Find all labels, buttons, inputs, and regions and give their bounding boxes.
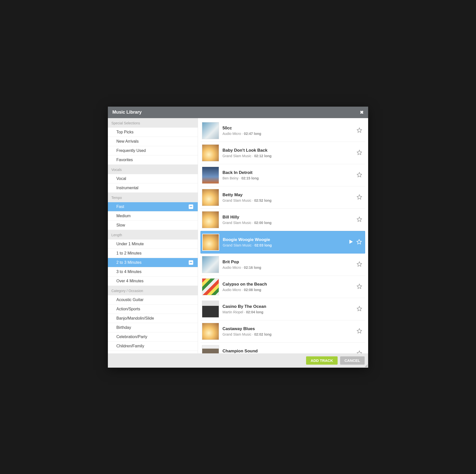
filter-item[interactable]: Acoustic Guitar xyxy=(108,295,198,305)
filter-item[interactable]: Banjo/Mandolin/Slide xyxy=(108,314,198,323)
filter-item[interactable]: Action/Sports xyxy=(108,305,198,314)
track-actions xyxy=(357,328,364,335)
favorite-star-icon[interactable] xyxy=(356,239,362,246)
track-info: Boogie Woogie WoogieGrand Slam Music · 0… xyxy=(223,237,346,247)
add-track-button[interactable]: ADD TRACK xyxy=(306,356,337,365)
track-info: Casino By The OceanMartin Riopel · 02:04… xyxy=(222,304,353,314)
filter-item[interactable]: Children/Family xyxy=(108,342,198,351)
track-row[interactable]: Casino By The OceanMartin Riopel · 02:04… xyxy=(200,298,365,320)
filter-item-label: 2 to 3 Minutes xyxy=(116,260,142,265)
track-info: Back In DetroitBen Beiny · 02:15 long xyxy=(222,170,353,180)
filter-item-label: Under 1 Minute xyxy=(116,242,144,246)
track-thumbnail xyxy=(202,189,219,206)
track-info: 50ccAudio Micro · 02:47 long xyxy=(222,126,353,136)
track-info: Betty MayGrand Slam Music · 02:52 long xyxy=(222,192,353,202)
track-thumbnail xyxy=(202,144,219,161)
track-meta: Grand Slam Music · 02:03 long xyxy=(223,243,346,247)
remove-filter-icon[interactable] xyxy=(189,260,193,265)
cancel-button[interactable]: CANCEL xyxy=(340,356,365,365)
filter-item[interactable]: Slow xyxy=(108,221,198,230)
favorite-star-icon[interactable] xyxy=(357,328,362,335)
filter-item[interactable]: Medium xyxy=(108,211,198,221)
filter-sidebar[interactable]: Special SelectionsTop PicksNew ArrivalsF… xyxy=(108,118,198,353)
favorite-star-icon[interactable] xyxy=(357,194,362,201)
track-thumbnail xyxy=(202,278,219,295)
filter-item-label: Vocal xyxy=(116,176,126,181)
filter-item[interactable]: 2 to 3 Minutes xyxy=(108,258,198,267)
track-actions xyxy=(357,172,364,178)
track-thumbnail xyxy=(202,345,219,353)
filter-item[interactable]: Celebration/Party xyxy=(108,332,198,342)
favorite-star-icon[interactable] xyxy=(357,216,362,223)
track-row[interactable]: Champion SoundThe Hands of Stone · 02:04… xyxy=(200,343,365,353)
filter-item[interactable]: Top Picks xyxy=(108,128,198,137)
track-info: Brit PopAudio Micro · 02:16 long xyxy=(222,260,353,270)
filter-item[interactable]: Favorites xyxy=(108,155,198,165)
track-row[interactable]: Back In DetroitBen Beiny · 02:15 long xyxy=(200,164,365,186)
filter-item-label: Banjo/Mandolin/Slide xyxy=(116,316,154,321)
filter-item-label: Children/Family xyxy=(116,344,144,348)
filter-item-label: Over 4 Minutes xyxy=(116,279,143,283)
track-meta: Ben Beiny · 02:15 long xyxy=(222,176,353,180)
close-icon[interactable]: ✖ xyxy=(360,110,364,115)
filter-item[interactable]: Birthday xyxy=(108,323,198,332)
track-list[interactable]: 50ccAudio Micro · 02:47 longBaby Don't L… xyxy=(198,118,368,353)
track-row[interactable]: Calypso on the BeachAudio Micro · 02:08 … xyxy=(200,276,365,298)
filter-item[interactable]: New Arrivals xyxy=(108,137,198,146)
filter-item[interactable]: 1 to 2 Minutes xyxy=(108,249,198,258)
track-thumbnail xyxy=(202,234,219,251)
track-title: 50cc xyxy=(222,126,353,131)
track-thumbnail xyxy=(202,211,219,228)
filter-item-label: Medium xyxy=(116,214,131,218)
track-info: Baby Don't Look BackGrand Slam Music · 0… xyxy=(222,148,353,158)
filter-item-label: Instrumental xyxy=(116,186,138,190)
favorite-star-icon[interactable] xyxy=(357,127,362,134)
filter-item[interactable]: Instrumental xyxy=(108,183,198,193)
track-row[interactable]: 50ccAudio Micro · 02:47 long xyxy=(200,120,365,142)
filter-section-header: Tempo xyxy=(108,193,198,202)
track-actions xyxy=(357,306,364,312)
play-icon[interactable] xyxy=(349,240,353,245)
track-row[interactable]: Bill HillyGrand Slam Music · 02:00 long xyxy=(200,209,365,231)
remove-filter-icon[interactable] xyxy=(189,204,193,209)
favorite-star-icon[interactable] xyxy=(357,261,362,268)
filter-item-label: Celebration/Party xyxy=(116,335,147,339)
track-row[interactable]: Brit PopAudio Micro · 02:16 long xyxy=(200,254,365,276)
modal-title: Music Library xyxy=(112,110,142,115)
favorite-star-icon[interactable] xyxy=(357,150,362,156)
filter-item-label: 1 to 2 Minutes xyxy=(116,251,142,256)
track-meta: Audio Micro · 02:08 long xyxy=(222,288,353,292)
filter-item[interactable]: Over 4 Minutes xyxy=(108,277,198,286)
filter-item[interactable]: Fast xyxy=(108,202,198,211)
filter-section-header: Length xyxy=(108,230,198,240)
music-library-modal: Music Library ✖ Special SelectionsTop Pi… xyxy=(108,107,368,368)
resize-grip-icon[interactable] xyxy=(364,364,368,367)
filter-item[interactable]: 3 to 4 Minutes xyxy=(108,267,198,277)
favorite-star-icon[interactable] xyxy=(357,350,362,353)
filter-item[interactable]: Frequently Used xyxy=(108,146,198,155)
favorite-star-icon[interactable] xyxy=(357,284,362,290)
filter-item[interactable]: Commercial xyxy=(108,351,198,353)
filter-item-label: Favorites xyxy=(116,158,133,162)
favorite-star-icon[interactable] xyxy=(357,306,362,312)
track-row[interactable]: Castaway BluesGrand Slam Music · 02:02 l… xyxy=(200,320,365,343)
filter-item[interactable]: Vocal xyxy=(108,174,198,183)
track-actions xyxy=(357,350,364,353)
track-actions xyxy=(357,216,364,223)
track-actions xyxy=(357,150,364,156)
track-meta: Grand Slam Music · 02:12 long xyxy=(222,154,353,158)
track-actions xyxy=(357,284,364,290)
filter-section-header: Category / Occasion xyxy=(108,286,198,295)
track-title: Back In Detroit xyxy=(222,170,353,175)
filter-item-label: Slow xyxy=(116,223,125,227)
track-title: Boogie Woogie Woogie xyxy=(223,237,346,242)
track-title: Champion Sound xyxy=(222,349,353,353)
track-row[interactable]: Baby Don't Look BackGrand Slam Music · 0… xyxy=(200,142,365,164)
track-row[interactable]: Boogie Woogie WoogieGrand Slam Music · 0… xyxy=(200,231,365,254)
filter-item[interactable]: Under 1 Minute xyxy=(108,240,198,249)
track-info: Castaway BluesGrand Slam Music · 02:02 l… xyxy=(222,326,353,336)
filter-item-label: New Arrivals xyxy=(116,139,139,144)
track-actions xyxy=(357,194,364,201)
track-row[interactable]: Betty MayGrand Slam Music · 02:52 long xyxy=(200,186,365,209)
favorite-star-icon[interactable] xyxy=(357,172,362,178)
